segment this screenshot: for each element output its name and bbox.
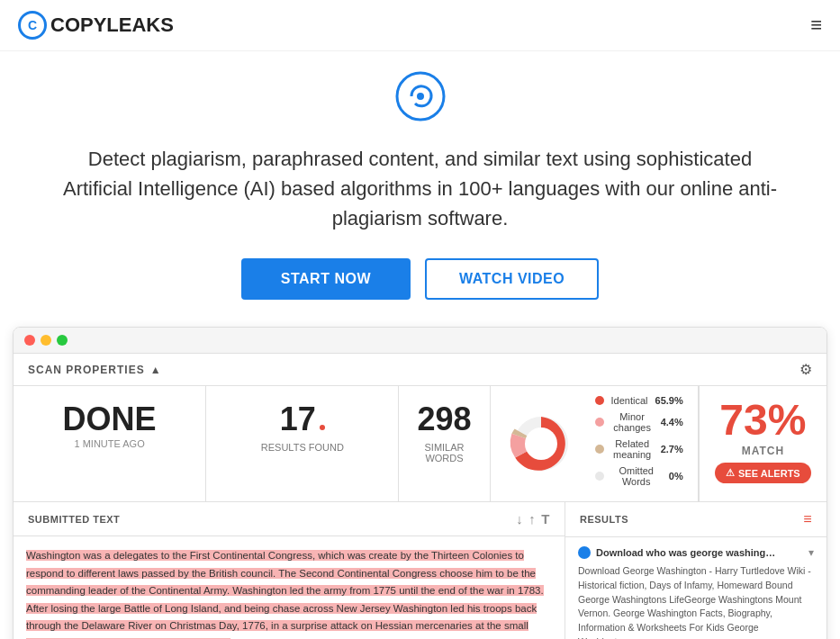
legend-dot (595, 396, 604, 405)
result-body: Download George Washington - Harry Turtl… (578, 564, 814, 639)
demo-window: SCAN PROPERTIES ▲ ⚙ DONE 1 MINUTE AGO 17… (13, 327, 827, 639)
svg-point-1 (417, 93, 424, 100)
highlighted-text: Washington was a delegates to the First … (26, 550, 544, 639)
scan-properties-title: SCAN PROPERTIES ▲ (28, 364, 162, 376)
logo-circle: C (18, 11, 47, 40)
chart-section: Identical 65.9% Minor changes 4.4% Relat… (491, 386, 698, 501)
stats-row: DONE 1 MINUTE AGO 17 RESULTS FOUND 298 S… (14, 386, 826, 502)
results-header: RESULTS ≡ (565, 502, 826, 537)
start-now-button[interactable]: START NOW (241, 258, 411, 300)
legend-item: Identical 65.9% (595, 395, 683, 406)
legend-value: 2.7% (661, 444, 683, 454)
legend-item: Omitted Words 0% (595, 465, 683, 487)
submitted-text-panel: SUBMITTED TEXT ↓ ↑ T Washington was a de… (14, 502, 565, 639)
arrow-down-icon[interactable]: ↓ (516, 511, 523, 526)
stat-similar: 298 SIMILAR WORDS (399, 386, 490, 501)
results-panel: RESULTS ≡ Download who was george washin… (565, 502, 826, 639)
logo[interactable]: C COPYLEAKS (18, 11, 174, 40)
stat-done-time: 1 MINUTE AGO (32, 438, 187, 449)
legend-label: Minor changes (611, 411, 654, 433)
stat-similar-value: 298 (417, 400, 471, 438)
result-favicon (578, 546, 591, 559)
result-card: Download who was george washington c... … (565, 537, 826, 639)
panel-header-actions: ↓ ↑ T (516, 511, 550, 526)
hero-section: Detect plagiarism, paraphrased content, … (0, 51, 840, 327)
result-title-row: Download who was george washington c... … (596, 546, 814, 559)
legend-value: 0% (669, 471, 683, 482)
titlebar-dot-red (24, 335, 35, 346)
legend-value: 65.9% (655, 395, 683, 406)
hero-description: Detect plagiarism, paraphrased content, … (54, 144, 786, 233)
red-dot-icon (320, 425, 325, 430)
stat-results-label: RESULTS FOUND (224, 442, 380, 453)
titlebar-dot-yellow (41, 335, 51, 346)
see-alerts-button[interactable]: ⚠ SEE ALERTS (715, 463, 811, 483)
pie-chart (505, 408, 577, 480)
match-percentage: 73% (709, 395, 817, 445)
text-paragraph: Washington was a delegates to the First … (26, 547, 552, 639)
arrow-up-icon[interactable]: ↑ (528, 511, 536, 526)
legend-dot (595, 472, 604, 481)
legend-label: Identical (611, 395, 648, 406)
legend-items: Identical 65.9% Minor changes 4.4% Relat… (595, 395, 683, 492)
legend-label: Omitted Words (611, 465, 662, 487)
watch-video-button[interactable]: WATCH VIDEO (425, 258, 599, 300)
legend-dot (595, 418, 604, 427)
submitted-text-header: SUBMITTED TEXT ↓ ↑ T (14, 502, 565, 536)
hero-icon (54, 69, 786, 133)
stat-results: 17 RESULTS FOUND (206, 386, 399, 501)
legend-label: Related meaning (611, 438, 654, 460)
submitted-text-content: Washington was a delegates to the First … (14, 536, 565, 639)
result-card-header: Download who was george washington c... … (578, 546, 814, 559)
results-cards-container: Download who was george washington c... … (565, 537, 826, 639)
stat-match: 73% MATCH ⚠ SEE ALERTS (699, 386, 826, 501)
result-expand-icon[interactable]: ▾ (808, 546, 814, 559)
text-format-icon[interactable]: T (541, 511, 550, 526)
legend-dot (595, 445, 604, 454)
match-label: MATCH (709, 445, 817, 457)
logo-text: COPYLEAKS (50, 14, 174, 37)
stat-done: DONE 1 MINUTE AGO (14, 386, 206, 501)
svg-point-3 (525, 428, 557, 460)
legend-item: Minor changes 4.4% (595, 411, 683, 433)
alert-icon: ⚠ (726, 467, 735, 479)
legend-value: 4.4% (661, 417, 683, 428)
content-area: SUBMITTED TEXT ↓ ↑ T Washington was a de… (14, 502, 826, 639)
legend-item: Related meaning 2.7% (595, 438, 683, 460)
results-label: RESULTS (580, 514, 628, 525)
hero-buttons: START NOW WATCH VIDEO (54, 258, 786, 300)
stat-similar-label: SIMILAR WORDS (417, 442, 471, 464)
gear-icon[interactable]: ⚙ (799, 361, 812, 378)
hamburger-menu[interactable]: ≡ (810, 14, 822, 37)
stat-results-row: 17 (224, 400, 380, 438)
scan-properties-bar: SCAN PROPERTIES ▲ ⚙ (14, 354, 826, 386)
filter-icon[interactable]: ≡ (803, 511, 812, 527)
chevron-up-icon: ▲ (150, 364, 162, 376)
stat-done-value: DONE (32, 400, 187, 438)
result-title[interactable]: Download who was george washington c... (596, 547, 776, 558)
header: C COPYLEAKS ≡ (0, 0, 840, 51)
stat-results-value: 17 (280, 400, 316, 438)
submitted-text-label: SUBMITTED TEXT (28, 514, 120, 525)
window-titlebar (14, 328, 826, 354)
stat-similar-chart: 298 SIMILAR WORDS (399, 386, 698, 501)
titlebar-dot-green (57, 335, 68, 346)
